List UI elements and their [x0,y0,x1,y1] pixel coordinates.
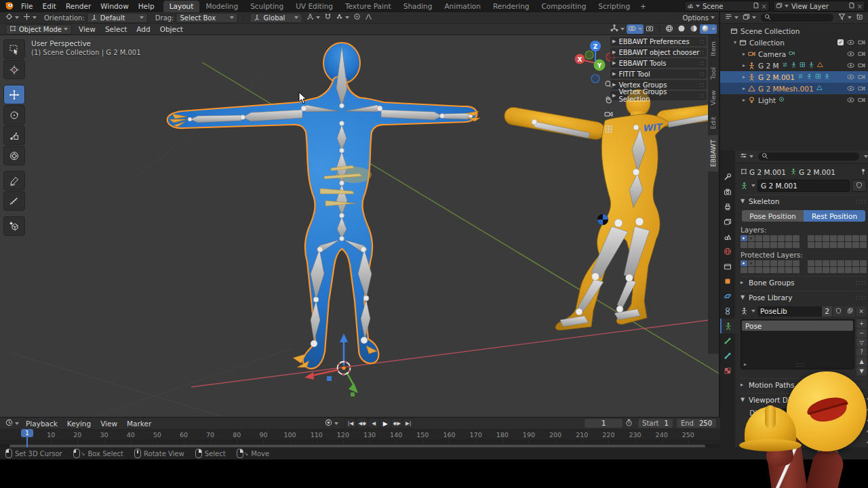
pose-remove-button[interactable]: − [856,329,867,338]
tool-add-cube[interactable] [3,216,25,236]
disable-render-icon[interactable] [858,39,865,46]
tab-sculpting[interactable]: Sculpting [244,1,290,12]
new-view-layer-icon[interactable] [848,2,855,10]
outliner-row-camera[interactable]: ▸Camera [720,48,868,60]
layer-cell[interactable] [815,242,822,248]
layer-cell[interactable] [770,267,777,273]
new-scene-icon[interactable] [753,2,760,10]
disable-render-icon[interactable] [858,73,865,81]
protected-layers-grid-2[interactable] [808,260,867,273]
expander[interactable]: ▸ [741,85,747,92]
layer-cell[interactable] [763,242,770,248]
properties-options-icon[interactable] [864,155,868,158]
layer-cell[interactable] [852,242,859,248]
tool-rotate[interactable] [3,105,25,125]
pose-move-up-button[interactable]: ▲ [856,357,867,366]
outliner-label[interactable]: Camera [758,50,786,58]
layer-cell[interactable] [741,267,747,273]
layer-cell[interactable] [778,267,785,273]
pin-icon[interactable] [860,168,867,176]
layer-cell[interactable] [793,267,800,273]
disable-render-icon[interactable] [858,50,865,58]
npanel-section-ebbawt-preferences[interactable]: ▶EBBAWT Preferences:: [610,37,707,46]
properties-tab-bone-constraint[interactable] [720,348,735,363]
shading-rendered-button[interactable] [700,24,717,34]
viewport-menu-view[interactable]: View [74,25,100,33]
layer-cell[interactable] [741,242,747,248]
tool-move[interactable] [3,85,25,104]
layer-cell[interactable] [860,267,867,273]
poselib-fake-user-button[interactable] [832,306,844,317]
layer-cell[interactable] [845,235,852,241]
pivot-point-button[interactable] [304,13,322,22]
armature-layers-grid-2[interactable] [808,235,867,248]
layer-cell[interactable] [778,260,785,266]
layer-cell[interactable] [823,235,829,241]
drag-dropdown[interactable]: Select Box [176,13,238,23]
npanel-section-ebbawt-tools[interactable]: ▶EBBAWT Tools:: [610,58,707,68]
active-tool-button[interactable] [3,13,21,22]
hide-viewport-icon[interactable] [847,85,854,92]
fake-user-button[interactable] [852,180,867,192]
layer-cell[interactable] [830,260,837,266]
sidebar-tab-tool[interactable]: Tool [708,62,718,84]
layer-cell[interactable] [837,242,844,248]
properties-editor-type-button[interactable] [738,152,755,161]
menu-help[interactable]: Help [134,0,159,12]
properties-tab-scene[interactable] [720,229,735,244]
pose-position-button[interactable]: Pose Position [742,210,804,222]
timeline-menu-view[interactable]: View [96,420,122,428]
close-view-layer-icon[interactable]: × [857,3,863,10]
play-reverse-button[interactable]: ◀ [368,419,379,428]
layer-cell[interactable] [815,235,822,241]
options-button[interactable]: Options [680,13,717,22]
hide-viewport-icon[interactable] [847,73,854,81]
outliner-row-g-2-m-001[interactable]: ▸G 2 M.001 [720,71,868,83]
poselib-unlink-button[interactable]: × [855,306,867,317]
layer-cell[interactable] [808,267,814,273]
viewport-menu-select[interactable]: Select [100,25,132,33]
layer-cell[interactable] [830,235,837,241]
layer-cell[interactable] [808,242,814,248]
view-layer-selector[interactable]: View Layer × [773,1,865,12]
shading-wireframe-button[interactable] [663,24,675,34]
poselib-copy-button[interactable] [844,306,855,317]
menu-edit[interactable]: Edit [38,0,61,12]
tool-measure[interactable] [3,191,25,211]
timeline-editor-type-button[interactable] [3,419,21,428]
ortho-grid-icon[interactable] [601,122,616,136]
disable-render-icon[interactable] [858,85,865,92]
skeleton-panel-header[interactable]: ▼Skeleton:::: [741,195,867,207]
layer-cell[interactable] [823,267,829,273]
timeline-menu-keying[interactable]: Keying [62,420,96,428]
layer-cell[interactable] [860,235,867,241]
layer-cell[interactable] [763,267,770,273]
timeline-menu-marker[interactable]: Marker [122,420,156,428]
expander[interactable]: ▸ [741,97,747,103]
layer-cell[interactable] [793,235,800,241]
outliner-row-g-2-mmesh-001[interactable]: ▸G 2 MMesh.001 [720,83,868,94]
layer-cell[interactable] [823,260,829,266]
npanel-section-ebbawt-object-chooser[interactable]: ▶EBBAWT object chooser:: [610,47,707,57]
layer-cell[interactable] [837,235,844,241]
layer-cell[interactable] [755,260,762,266]
properties-tab-render[interactable] [720,184,735,199]
blender-logo-icon[interactable] [5,1,14,12]
layer-cell[interactable] [845,260,852,266]
poselib-name-field[interactable]: PoseLib [757,306,822,317]
sidebar-tab-ebbawt[interactable]: EBBAWT [708,135,718,171]
show-gizmo-button[interactable] [608,24,627,34]
toggle-xray-button[interactable] [644,24,656,34]
layer-cell[interactable] [852,260,859,266]
layer-cell[interactable] [755,267,762,273]
properties-tab-tool[interactable] [720,169,735,184]
in-front-checkbox[interactable]: ✓ [755,434,762,441]
layer-cell[interactable] [748,235,755,241]
npanel-section-vertex-groups-selection[interactable]: ▶Vertex Groups Selection:: [610,91,707,100]
properties-tab-bone[interactable] [720,333,735,348]
outliner-filter-icon[interactable] [836,13,854,22]
outliner-row-light[interactable]: ▸Light [720,94,868,106]
layer-cell[interactable] [748,242,755,248]
jump-start-button[interactable]: |◀ [345,419,356,428]
layer-cell[interactable] [815,260,822,266]
